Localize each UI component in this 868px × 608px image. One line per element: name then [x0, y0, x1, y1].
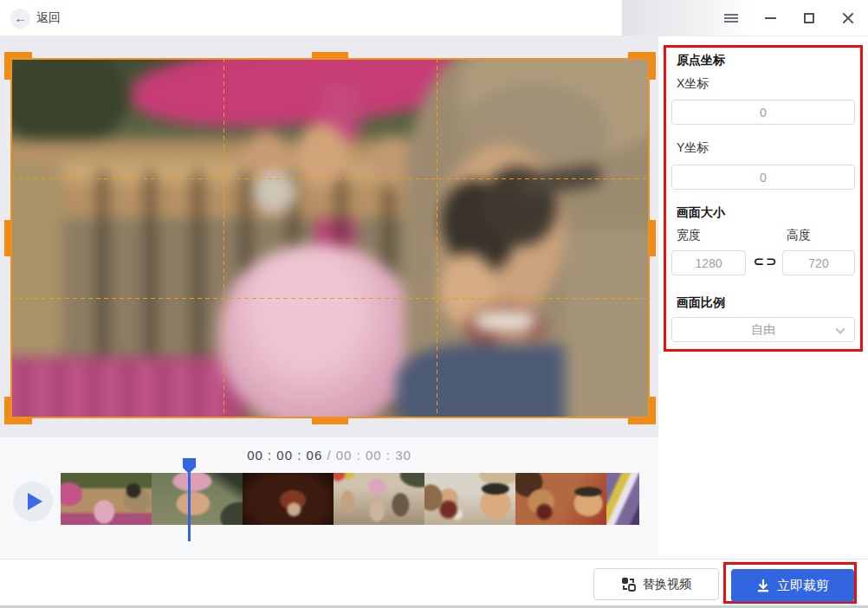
chevron-down-icon [835, 324, 845, 333]
maximize-button[interactable] [800, 9, 819, 28]
video-preview[interactable] [10, 58, 650, 418]
annotation-box-crop-button: 立即裁剪 [723, 562, 857, 604]
video-frame-art [10, 58, 650, 418]
playhead-line [188, 471, 191, 541]
minimize-icon [765, 17, 776, 19]
titlebar: ← 返回 [0, 0, 868, 36]
link-dimensions-button[interactable]: ⊂ ⊃ [749, 250, 781, 273]
window-controls [722, 0, 858, 36]
height-label: 高度 [787, 228, 811, 243]
minimize-button[interactable] [761, 9, 780, 28]
width-input[interactable] [671, 250, 746, 275]
menu-button[interactable] [722, 9, 741, 28]
ratio-value: 自由 [751, 322, 775, 338]
frame-size-title: 画面大小 [677, 205, 725, 221]
y-coord-input[interactable] [671, 165, 855, 190]
playhead[interactable] [183, 458, 196, 542]
x-coord-label: X坐标 [677, 76, 709, 92]
arrow-left-icon: ← [10, 9, 30, 29]
footer-bar: 替换视频 立即裁剪 [0, 559, 868, 605]
total-time: / 00 : 00 : 30 [322, 448, 411, 462]
preview-area [0, 36, 658, 437]
thumbnail-3[interactable] [243, 473, 334, 525]
video-frame [10, 58, 650, 418]
hamburger-icon [724, 14, 738, 23]
crop-handle-top-left[interactable] [4, 52, 32, 80]
replace-video-button[interactable]: 替换视频 [593, 568, 719, 600]
replace-video-label: 替换视频 [643, 577, 691, 592]
thumbnail-7[interactable] [606, 473, 639, 525]
time-display: 00 : 00 : 06 / 00 : 00 : 30 [0, 448, 658, 462]
settings-panel: 原点坐标 X坐标 Y坐标 画面大小 宽度 高度 ⊂ ⊃ 画面比例 自由 [658, 36, 868, 559]
link-icon-left: ⊂ [753, 254, 764, 269]
thumbnail-6[interactable] [515, 473, 606, 525]
annotation-box-panel: 原点坐标 X坐标 Y坐标 画面大小 宽度 高度 ⊂ ⊃ 画面比例 自由 [664, 45, 863, 352]
play-icon [28, 493, 42, 510]
crop-handle-top-right[interactable] [628, 52, 656, 80]
ratio-select[interactable]: 自由 [671, 317, 855, 342]
crop-handle-bottom-left[interactable] [4, 397, 32, 424]
crop-handle-bottom-right[interactable] [628, 397, 656, 424]
width-label: 宽度 [677, 228, 701, 243]
timeline-area: 00 : 00 : 06 / 00 : 00 : 30 [0, 437, 658, 559]
x-coord-input[interactable] [671, 100, 855, 125]
y-coord-label: Y坐标 [677, 140, 709, 156]
download-arrow-icon [756, 579, 770, 592]
swap-squares-icon [621, 577, 636, 592]
play-button[interactable] [13, 482, 53, 521]
link-icon-right: ⊃ [766, 254, 777, 269]
origin-coords-title: 原点坐标 [677, 53, 725, 68]
close-button[interactable] [839, 9, 858, 28]
back-label: 返回 [36, 10, 61, 26]
app-window: ← 返回 [0, 0, 868, 608]
thumbnail-strip[interactable] [61, 473, 644, 525]
thumbnail-5[interactable] [424, 473, 515, 525]
current-time: 00 : 00 : 06 [247, 448, 322, 462]
crop-handle-left-center[interactable] [4, 220, 10, 256]
thumbnail-1[interactable] [61, 473, 152, 525]
maximize-icon [804, 13, 814, 23]
aspect-ratio-title: 画面比例 [677, 295, 725, 311]
crop-now-button[interactable]: 立即裁剪 [731, 569, 854, 602]
thumbnail-2[interactable] [152, 473, 243, 525]
close-icon [842, 12, 854, 24]
crop-handle-top-center[interactable] [312, 52, 348, 58]
crop-handle-bottom-center[interactable] [312, 418, 348, 424]
thumbnail-4[interactable] [334, 473, 424, 525]
crop-now-label: 立即裁剪 [777, 578, 829, 594]
height-input[interactable] [782, 250, 855, 275]
playhead-handle-icon [183, 458, 196, 468]
back-button[interactable]: ← 返回 [10, 8, 61, 29]
crop-handle-right-center[interactable] [650, 220, 656, 256]
